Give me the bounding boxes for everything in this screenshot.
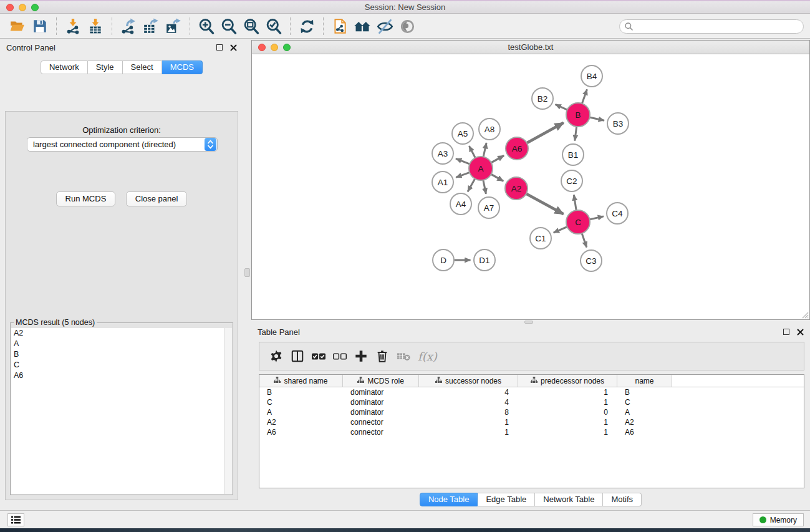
table-toolbar: f(x)	[259, 342, 804, 370]
graph-node-D[interactable]: D	[433, 249, 454, 271]
svg-text:B: B	[575, 110, 581, 120]
table-row[interactable]: A6connector11A6	[259, 427, 804, 437]
float-panel-icon[interactable]	[783, 329, 789, 335]
desktop-wallpaper	[0, 528, 810, 532]
graph-node-C3[interactable]: C3	[581, 250, 602, 271]
mcds-result-item[interactable]: A2	[11, 328, 232, 339]
tab-edge-table[interactable]: Edge Table	[478, 493, 535, 506]
gear-icon[interactable]	[266, 346, 287, 366]
vertical-splitter-grip[interactable]	[244, 268, 250, 277]
home-icon[interactable]	[353, 17, 372, 36]
table-row[interactable]: Adominator80A	[259, 407, 804, 417]
node-table[interactable]: shared nameMCDS rolesuccessor nodesprede…	[259, 374, 804, 488]
column-header-name[interactable]: name	[617, 375, 672, 387]
tab-mcds[interactable]: MCDS	[162, 60, 203, 74]
column-header-shared-name[interactable]: shared name	[259, 375, 343, 387]
column-header-MCDS-role[interactable]: MCDS role	[343, 375, 419, 387]
graph-node-A[interactable]: A	[469, 157, 493, 180]
graph-node-C2[interactable]: C2	[561, 170, 582, 191]
graph-node-C[interactable]: C	[566, 210, 590, 234]
graph-node-A2[interactable]: A2	[505, 177, 528, 200]
close-panel-button[interactable]: Close panel	[126, 191, 188, 206]
show-hide-graphics-icon[interactable]	[375, 17, 394, 36]
import-network-icon[interactable]	[64, 17, 82, 36]
graph-node-A5[interactable]: A5	[452, 123, 473, 144]
export-image-icon[interactable]	[164, 17, 183, 36]
graph-node-B1[interactable]: B1	[562, 144, 584, 165]
table-cell: A6	[259, 427, 343, 437]
graph-node-A1[interactable]: A1	[432, 172, 453, 193]
close-view-button[interactable]	[258, 44, 266, 51]
graph-node-A8[interactable]: A8	[479, 118, 500, 140]
function-builder-icon[interactable]: f(x)	[418, 350, 437, 363]
graph-node-C1[interactable]: C1	[530, 228, 551, 249]
mcds-result-item[interactable]: C	[11, 360, 232, 370]
table-panel-title: Table Panel	[258, 327, 783, 337]
mcds-result-item[interactable]: A6	[11, 370, 232, 381]
graph-node-A4[interactable]: A4	[450, 193, 471, 215]
eye-icon[interactable]	[398, 17, 417, 36]
zoom-in-icon[interactable]	[197, 17, 216, 36]
delete-table-icon[interactable]	[393, 346, 414, 366]
control-panel-header: Control Panel	[0, 39, 243, 56]
import-table-icon[interactable]	[86, 17, 105, 36]
column-header-predecessor-nodes[interactable]: predecessor nodes	[518, 375, 617, 387]
close-panel-icon[interactable]	[230, 44, 237, 51]
network-document-icon[interactable]	[330, 17, 349, 36]
deselect-all-icon[interactable]	[329, 346, 350, 366]
graph-node-D1[interactable]: D1	[474, 249, 495, 271]
graph-node-B4[interactable]: B4	[581, 65, 602, 87]
tab-select[interactable]: Select	[123, 60, 162, 74]
minimize-view-button[interactable]	[271, 44, 278, 51]
graph-node-A7[interactable]: A7	[478, 197, 499, 218]
mcds-result-list[interactable]: A2ABCA6	[11, 328, 232, 494]
float-panel-icon[interactable]	[216, 44, 223, 51]
export-table-icon[interactable]	[142, 17, 160, 36]
network-canvas[interactable]: B4B2BB3A5A8A6A3B1AA1C2A2A4A7CC4C1C3DD1	[252, 54, 809, 319]
zoom-window-button[interactable]	[31, 4, 39, 11]
zoom-selected-icon[interactable]	[264, 17, 283, 36]
graph-node-B[interactable]: B	[566, 103, 590, 127]
table-cell: A2	[259, 417, 343, 427]
zoom-fit-icon[interactable]	[242, 17, 261, 36]
table-row[interactable]: Bdominator41B	[259, 387, 804, 397]
svg-text:A3: A3	[438, 149, 448, 158]
graph-node-C4[interactable]: C4	[607, 203, 628, 224]
column-selector-icon[interactable]	[287, 346, 308, 366]
close-panel-icon[interactable]	[797, 329, 804, 336]
scrollbar-track[interactable]	[224, 328, 232, 494]
search-input[interactable]	[619, 19, 804, 34]
graph-node-A6[interactable]: A6	[506, 137, 528, 160]
refresh-icon[interactable]	[297, 17, 316, 36]
svg-text:C1: C1	[535, 234, 546, 243]
mcds-result-item[interactable]: B	[11, 349, 232, 360]
zoom-out-icon[interactable]	[219, 17, 238, 36]
mcds-result-item[interactable]: A	[11, 339, 232, 349]
criterion-select[interactable]: largest connected component (directed)	[27, 137, 218, 152]
export-network-icon[interactable]	[119, 17, 138, 36]
memory-button[interactable]: Memory	[753, 513, 804, 526]
delete-column-icon[interactable]	[372, 346, 393, 366]
close-window-button[interactable]	[6, 4, 14, 11]
graph-node-B3[interactable]: B3	[607, 113, 629, 134]
save-icon[interactable]	[31, 17, 49, 36]
task-history-button[interactable]	[7, 513, 24, 526]
table-row[interactable]: Cdominator41C	[259, 397, 804, 407]
tab-motifs[interactable]: Motifs	[603, 493, 642, 506]
graph-node-B2[interactable]: B2	[532, 88, 553, 109]
tab-node-table[interactable]: Node Table	[420, 493, 478, 506]
column-header-successor-nodes[interactable]: successor nodes	[419, 375, 518, 387]
table-tabs: Node TableEdge TableNetwork TableMotifs	[251, 493, 810, 506]
select-all-icon[interactable]	[308, 346, 329, 366]
add-column-icon[interactable]	[350, 346, 372, 366]
tab-network-table[interactable]: Network Table	[535, 493, 603, 506]
run-mcds-button[interactable]: Run MCDS	[56, 191, 116, 206]
table-row[interactable]: A2connector11A2	[259, 417, 804, 427]
graph-node-A3[interactable]: A3	[432, 143, 453, 164]
resize-grip-icon[interactable]	[801, 311, 809, 319]
minimize-window-button[interactable]	[19, 4, 26, 11]
tab-style[interactable]: Style	[88, 60, 123, 74]
tab-network[interactable]: Network	[41, 60, 88, 74]
zoom-view-button[interactable]	[283, 44, 291, 51]
open-folder-icon[interactable]	[8, 17, 27, 36]
